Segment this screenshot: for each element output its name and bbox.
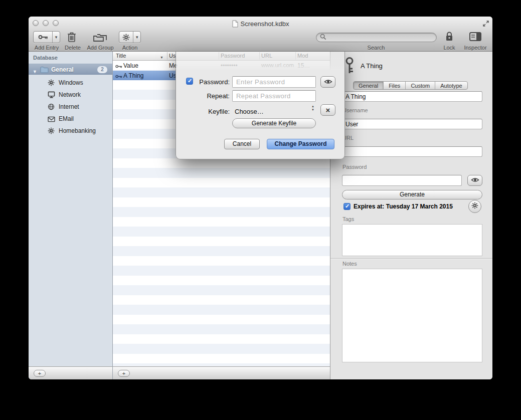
password-label: Password (342, 164, 367, 170)
tags-label: Tags (342, 216, 354, 222)
add-entry-dropdown-icon[interactable] (52, 32, 60, 43)
tags-textarea[interactable] (342, 224, 482, 256)
sidebar-item-email[interactable]: EMail (29, 113, 112, 125)
add-group-footer-button[interactable]: + (34, 370, 46, 377)
sidebar-item-label: Windows (59, 79, 83, 86)
sidebar-section-header: Database (33, 55, 58, 61)
title-field[interactable] (342, 91, 482, 102)
new-password-input[interactable] (232, 76, 316, 88)
notes-textarea[interactable] (342, 269, 482, 362)
tab-general[interactable]: General (354, 82, 384, 89)
generate-password-button[interactable]: Generate (342, 190, 482, 199)
action-button[interactable] (119, 31, 141, 43)
lock-icon (445, 35, 453, 43)
inspector-label: Inspector (458, 45, 492, 51)
cell-title: A Thing (123, 72, 143, 79)
show-password-button[interactable] (320, 76, 335, 88)
action-label: Action (112, 45, 147, 51)
username-label: Username (342, 107, 368, 113)
eye-icon (471, 176, 479, 185)
inspector-entry-title: A Thing (361, 62, 383, 70)
disclosure-icon[interactable] (33, 66, 37, 75)
action-dropdown-icon[interactable] (133, 32, 140, 43)
username-field[interactable] (342, 119, 482, 129)
clear-keyfile-button[interactable] (320, 104, 335, 116)
column-divider[interactable] (167, 52, 167, 60)
cancel-button[interactable]: Cancel (224, 139, 260, 149)
key-icon (34, 32, 52, 43)
sidebar: Database General 2 Windows Network Inter… (29, 52, 113, 379)
cell-title: Value (123, 62, 138, 69)
sidebar-item-network[interactable]: Network (29, 89, 112, 101)
inspector-panel: A Thing General Files Custom Autotype Us… (330, 52, 492, 379)
gear-icon (471, 202, 478, 211)
sidebar-item-homebanking[interactable]: Homebanking (29, 125, 112, 137)
add-entry-button[interactable] (33, 31, 60, 43)
window-title-text: Screenshot.kdbx (241, 20, 289, 28)
search-label: Search (346, 45, 406, 51)
sidebar-footer-bar: + (29, 366, 112, 379)
inspector-tabs: General Files Custom Autotype (353, 81, 468, 90)
folders-icon (92, 35, 107, 44)
key-icon (115, 73, 122, 80)
sidebar-group-badge: 2 (97, 66, 107, 73)
dialog-repeat-label: Repeat: (186, 92, 230, 100)
add-group-button[interactable] (92, 32, 107, 44)
repeat-password-input[interactable] (232, 90, 316, 102)
lock-button[interactable] (445, 31, 453, 44)
sidebar-item-internet[interactable]: Internet (29, 101, 112, 113)
key-icon (115, 63, 122, 70)
delete-button[interactable] (67, 32, 76, 45)
search-field[interactable] (316, 33, 437, 42)
password-field[interactable] (342, 175, 462, 186)
sidebar-item-label: Homebanking (59, 127, 96, 134)
window-chrome: Screenshot.kdbx Add Entry Delete Add Gro… (29, 17, 492, 52)
sidebar-group-general[interactable]: General 2 (29, 64, 112, 75)
globe-icon (48, 103, 55, 112)
inspector-section-divider (330, 258, 492, 259)
inspector-toggle-button[interactable] (469, 32, 481, 43)
inspector-panes-icon (469, 34, 481, 43)
display-icon (48, 91, 55, 100)
close-icon (326, 106, 330, 115)
tab-custom[interactable]: Custom (406, 82, 435, 89)
envelope-icon (48, 115, 55, 124)
generate-keyfile-button[interactable]: Generate Keyfile (232, 118, 316, 128)
change-password-button[interactable]: Change Password (267, 139, 334, 149)
sidebar-item-label: EMail (59, 115, 74, 122)
trash-icon (67, 36, 76, 44)
folder-icon (40, 66, 49, 75)
sort-desc-icon (160, 54, 163, 60)
entry-list-footer-bar: + (113, 366, 330, 379)
sidebar-item-windows[interactable]: Windows (29, 77, 112, 89)
main-content: Database General 2 Windows Network Inter… (29, 52, 492, 379)
gear-icon (119, 32, 133, 43)
add-entry-footer-button[interactable]: + (118, 370, 130, 377)
stepper-icon[interactable] (310, 105, 316, 112)
change-password-dialog: Password: Repeat: Keyfile: Choose… Gener… (176, 52, 345, 159)
magnifier-icon (320, 33, 326, 42)
url-field[interactable] (342, 146, 482, 157)
sidebar-item-label: Network (59, 91, 81, 98)
tab-autotype[interactable]: Autotype (435, 82, 467, 89)
keyfile-popup-button[interactable]: Choose… (235, 108, 264, 115)
expires-settings-button[interactable] (468, 200, 481, 213)
dialog-password-label: Password: (186, 78, 230, 86)
eye-icon (324, 78, 332, 87)
window-title: Screenshot.kdbx (29, 20, 492, 28)
app-window: Screenshot.kdbx Add Entry Delete Add Gro… (29, 17, 492, 379)
search-input[interactable] (328, 34, 433, 41)
expires-checkbox[interactable] (343, 203, 351, 210)
gear-icon (48, 79, 55, 88)
reveal-password-button[interactable] (467, 175, 482, 186)
column-header-username[interactable]: Us (169, 53, 176, 59)
document-icon (232, 20, 241, 28)
dialog-keyfile-label: Keyfile: (186, 108, 230, 115)
column-header-title[interactable]: Title (116, 53, 126, 59)
sidebar-item-label: Internet (59, 103, 79, 110)
gear-icon (48, 127, 55, 136)
expires-label: Expires at: Tuesday 17 March 2015 (354, 203, 453, 210)
tab-files[interactable]: Files (384, 82, 406, 89)
fullscreen-icon[interactable] (482, 20, 489, 27)
sidebar-group-label: General (51, 66, 74, 73)
